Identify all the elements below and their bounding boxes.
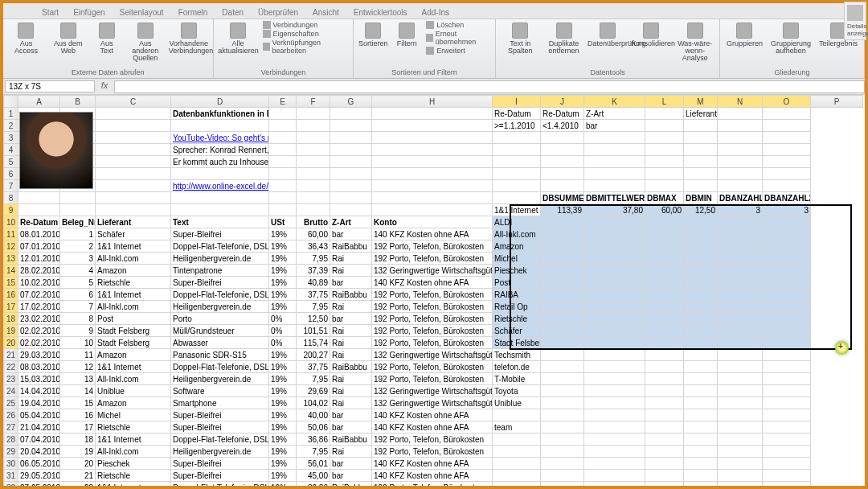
cell[interactable] (645, 421, 684, 434)
cell[interactable]: RaiBabbu (330, 289, 372, 301)
cell[interactable]: 1&1 Internet (493, 204, 541, 216)
cell[interactable] (684, 421, 718, 434)
cell[interactable]: 60,00 (297, 228, 330, 240)
cell[interactable]: 192 Porto, Telefon, Bürokosten (372, 434, 493, 446)
cell[interactable]: 9 (60, 325, 96, 337)
cell[interactable]: Amazon (96, 349, 171, 361)
cell[interactable]: 12 (60, 361, 96, 373)
cell[interactable] (96, 168, 171, 180)
cell[interactable] (763, 349, 811, 361)
cell[interactable]: 19% (269, 373, 297, 385)
cell[interactable]: 19% (269, 446, 297, 458)
cell[interactable]: 19% (269, 385, 297, 397)
cell[interactable]: All-Inkl.com (96, 446, 171, 458)
cell[interactable]: 10.02.2010 (18, 277, 60, 289)
ribbon-button[interactable]: Aus Text (92, 21, 121, 56)
cell[interactable] (584, 349, 645, 361)
cell[interactable] (541, 470, 584, 482)
cell[interactable]: YouTube-Video: So geht's mit Excel (171, 132, 269, 144)
cell[interactable]: 192 Porto, Telefon, Bürokosten (372, 301, 493, 313)
cell[interactable] (297, 156, 330, 168)
cell[interactable]: 19% (269, 228, 297, 240)
cell[interactable] (645, 325, 684, 337)
cell[interactable] (171, 204, 269, 216)
row-header[interactable]: 31 (4, 470, 18, 482)
cell[interactable] (718, 470, 763, 482)
cell[interactable] (372, 132, 493, 144)
cell[interactable]: Amazon (493, 240, 541, 253)
cell[interactable]: 192 Porto, Telefon, Bürokosten (372, 482, 493, 487)
cell[interactable] (718, 228, 763, 240)
cell[interactable]: Sprecher: Konrad Rennert, bluepages.de (171, 144, 269, 156)
cell[interactable] (763, 458, 811, 470)
cell[interactable]: 39,26 (297, 482, 330, 487)
worksheet[interactable]: ABCDEFGHIJKLMNOP1Datenbankfunktionen in … (3, 95, 865, 486)
cell[interactable] (541, 277, 584, 289)
cell[interactable] (493, 458, 541, 470)
cell[interactable] (584, 156, 645, 168)
cell[interactable] (718, 434, 763, 446)
cell[interactable] (493, 409, 541, 421)
cell[interactable] (763, 313, 811, 325)
cell[interactable] (763, 240, 811, 253)
cell[interactable] (684, 132, 718, 144)
cell[interactable]: 140 KFZ Kosten ohne AFA (372, 409, 493, 421)
cell[interactable] (684, 361, 718, 373)
cell[interactable] (645, 216, 684, 228)
cell[interactable]: ALDI (493, 216, 541, 228)
cell[interactable]: Uniblue (493, 397, 541, 409)
tab[interactable]: Start (35, 6, 65, 18)
row-header[interactable]: 25 (4, 397, 18, 409)
cell[interactable] (763, 373, 811, 385)
cell[interactable]: 4 (60, 265, 96, 277)
row-header[interactable]: 24 (4, 385, 18, 397)
cell[interactable] (763, 108, 811, 120)
row-header[interactable]: 7 (4, 180, 18, 192)
cell[interactable]: 16 (60, 409, 96, 421)
cell[interactable] (718, 313, 763, 325)
cell[interactable]: 20.04.2010 (18, 446, 60, 458)
cell[interactable] (541, 325, 584, 337)
cell[interactable] (372, 168, 493, 180)
cell[interactable]: Heiligenbergverein.de (171, 253, 269, 265)
cell[interactable] (645, 385, 684, 397)
ribbon-mini-item[interactable]: Verbindungen (263, 21, 349, 29)
cell[interactable] (718, 446, 763, 458)
cell[interactable] (330, 156, 372, 168)
cell[interactable] (645, 277, 684, 289)
cell[interactable] (541, 144, 584, 156)
cell[interactable]: 12,50 (684, 204, 718, 216)
cell[interactable] (372, 180, 493, 192)
cell[interactable]: 40,00 (297, 409, 330, 421)
cell[interactable]: 140 KFZ Kosten ohne AFA (372, 228, 493, 240)
cell[interactable]: team (493, 421, 541, 434)
cell[interactable]: Rai (330, 253, 372, 265)
cell[interactable] (372, 108, 493, 120)
cell[interactable] (718, 277, 763, 289)
cell[interactable]: 05.04.2010 (18, 409, 60, 421)
cell[interactable] (645, 458, 684, 470)
cell[interactable] (718, 325, 763, 337)
cell[interactable] (584, 337, 645, 349)
cell[interactable]: Doppel-Flat-Telefonie, DSL (171, 482, 269, 487)
cell[interactable]: 19% (269, 458, 297, 470)
cell[interactable] (541, 349, 584, 361)
cell[interactable]: 13 (60, 373, 96, 385)
row-header[interactable]: 32 (4, 482, 18, 487)
cell[interactable]: Er kommt auch zu Inhouse-Seminaren (171, 156, 269, 168)
cell[interactable] (269, 180, 297, 192)
cell[interactable] (297, 120, 330, 132)
cell[interactable] (541, 253, 584, 265)
cell[interactable]: 29,69 (297, 385, 330, 397)
cell[interactable]: Amazon (96, 265, 171, 277)
cell[interactable]: 07.01.2010 (18, 240, 60, 253)
ribbon-button[interactable]: Alle aktualisieren (219, 21, 258, 56)
ribbon-button[interactable]: Aus dem Web (49, 21, 88, 56)
cell[interactable] (584, 265, 645, 277)
tab[interactable]: Ansicht (306, 6, 346, 18)
cell[interactable] (96, 132, 171, 144)
cell[interactable] (718, 361, 763, 373)
cell[interactable]: Porto (171, 313, 269, 325)
cell[interactable] (541, 240, 584, 253)
cell[interactable]: Abwasser (171, 337, 269, 349)
